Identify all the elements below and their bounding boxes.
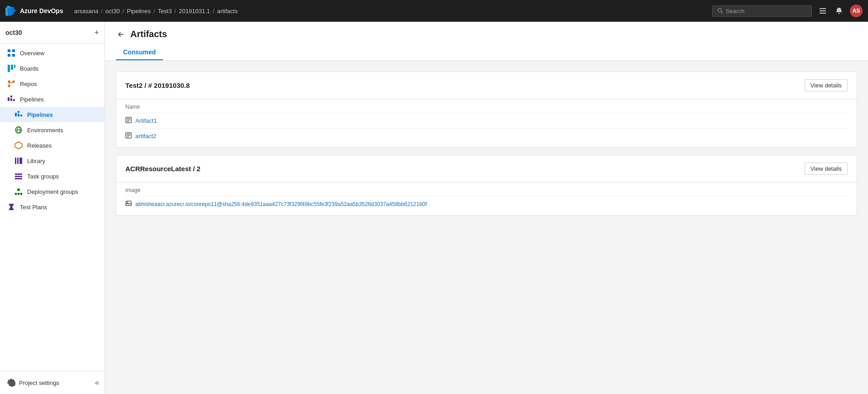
svg-rect-4 (820, 13, 826, 14)
tab-consumed[interactable]: Consumed (116, 45, 163, 60)
overview-icon (7, 49, 15, 57)
svg-rect-9 (8, 65, 10, 72)
svg-rect-23 (15, 173, 22, 175)
artifact-card-2: ACRResourceLatest / 2 View details Image… (116, 155, 857, 216)
svg-rect-8 (12, 54, 15, 57)
svg-rect-21 (17, 158, 19, 164)
svg-rect-10 (11, 65, 13, 70)
topbar: Azure DevOps arsasana / oct30 / Pipeline… (0, 0, 868, 22)
artifact-row-2-1: abhisheaacr.azurecr.io/conrepo11@sha256:… (125, 196, 848, 211)
svg-rect-11 (14, 65, 15, 68)
svg-rect-22 (19, 158, 22, 164)
svg-rect-7 (8, 54, 10, 57)
artifact-card-2-title: ACRResourceLatest / 2 (125, 165, 200, 173)
sidebar: oct30 + Overview Boards Repos (0, 22, 105, 394)
breadcrumb-test3[interactable]: Test3 (158, 8, 172, 14)
sidebar-item-deploymentgroups-label: Deployment groups (27, 188, 78, 195)
sidebar-item-testplans[interactable]: Test Plans (0, 199, 105, 215)
artifact-icon-1-1 (125, 117, 132, 125)
tabs: Consumed (116, 45, 857, 60)
artifact-card-1: Test2 / # 20191030.8 View details Name A… (116, 72, 857, 148)
sidebar-item-environments[interactable]: Environments (0, 122, 105, 138)
col-header-1: Name (125, 99, 848, 113)
view-details-button-2[interactable]: View details (805, 163, 848, 175)
artifact-card-2-body: Image abhisheaacr.azurecr.io/conrepo11@s… (116, 183, 857, 215)
sidebar-item-taskgroups-label: Task groups (27, 173, 59, 180)
main-layout: oct30 + Overview Boards Repos (0, 22, 868, 394)
search-input[interactable] (726, 8, 807, 14)
svg-rect-39 (126, 201, 131, 206)
pipelines-header-icon (7, 95, 15, 103)
artifact-card-2-header: ACRResourceLatest / 2 View details (116, 155, 857, 183)
environments-icon (14, 126, 23, 134)
sidebar-item-overview-label: Overview (20, 50, 44, 57)
sidebar-item-deploymentgroups[interactable]: Deployment groups (0, 184, 105, 199)
col-header-2: Image (125, 183, 848, 196)
content: Artifacts Consumed Test2 / # 20191030.8 … (105, 22, 868, 394)
bell-icon (835, 7, 843, 14)
breadcrumb-build[interactable]: 20191031.1 (179, 8, 210, 14)
view-details-button-1[interactable]: View details (805, 79, 848, 91)
svg-point-29 (20, 193, 23, 195)
svg-rect-20 (15, 158, 16, 164)
artifact-icon-1-2 (125, 132, 132, 140)
pipelines-icon (14, 111, 23, 119)
svg-point-28 (18, 193, 20, 195)
collapse-sidebar-button[interactable]: « (90, 375, 105, 390)
content-body: Test2 / # 20191030.8 View details Name A… (105, 61, 868, 226)
sidebar-header: oct30 + (0, 22, 105, 43)
notifications-button[interactable] (834, 5, 844, 16)
image-icon-2-1 (125, 200, 132, 208)
sidebar-item-boards[interactable]: Boards (0, 61, 105, 76)
svg-rect-24 (15, 176, 22, 177)
sidebar-item-overview[interactable]: Overview (0, 45, 105, 61)
sidebar-nav: Overview Boards Repos Pipelines (0, 43, 105, 371)
project-settings-item[interactable]: Project settings (0, 375, 90, 390)
deploymentgroups-icon (14, 187, 23, 196)
sidebar-item-environments-label: Environments (27, 127, 63, 134)
breadcrumb: arsasana / oct30 / Pipelines / Test3 / 2… (74, 8, 238, 14)
artifact-name-2-1[interactable]: abhisheaacr.azurecr.io/conrepo11@sha256:… (135, 201, 427, 207)
search-box[interactable] (712, 5, 812, 17)
releases-icon (14, 141, 23, 149)
sidebar-item-pipelines-label: Pipelines (27, 111, 53, 118)
svg-rect-5 (8, 49, 10, 52)
sidebar-item-pipelines[interactable]: Pipelines (0, 107, 105, 122)
logo-text: Azure DevOps (20, 7, 63, 14)
sidebar-item-library[interactable]: Library (0, 153, 105, 168)
svg-point-14 (8, 85, 10, 87)
settings-icon (7, 379, 15, 387)
svg-point-26 (17, 188, 20, 191)
project-name: oct30 (5, 29, 22, 36)
sidebar-item-library-label: Library (27, 158, 45, 164)
taskgroups-icon (14, 172, 23, 180)
svg-rect-3 (820, 10, 826, 11)
artifact-name-1-1[interactable]: Artifact1 (135, 117, 157, 124)
svg-rect-25 (15, 178, 22, 179)
breadcrumb-arsasana[interactable]: arsasana (74, 8, 98, 14)
breadcrumb-pipelines[interactable]: Pipelines (127, 8, 151, 14)
project-settings-label: Project settings (19, 380, 59, 386)
artifact-row-1-2: artifact2 (125, 128, 848, 144)
svg-rect-6 (12, 49, 15, 52)
artifact-name-1-2[interactable]: artifact2 (135, 133, 156, 139)
breadcrumb-artifacts[interactable]: artifacts (217, 8, 238, 14)
list-icon (819, 7, 826, 14)
back-button[interactable] (116, 29, 126, 39)
list-view-button[interactable] (817, 5, 828, 16)
sidebar-item-pipelines-header-label: Pipelines (20, 96, 44, 103)
azure-devops-logo-icon (5, 5, 16, 16)
artifact-card-1-header: Test2 / # 20191030.8 View details (116, 72, 857, 99)
back-arrow-icon (117, 30, 125, 38)
sidebar-item-pipelines-header[interactable]: Pipelines (0, 91, 105, 107)
breadcrumb-oct30[interactable]: oct30 (105, 8, 120, 14)
sidebar-item-repos[interactable]: Repos (0, 76, 105, 91)
title-row: Artifacts (116, 29, 857, 39)
sidebar-item-taskgroups[interactable]: Task groups (0, 168, 105, 184)
logo[interactable]: Azure DevOps (5, 5, 63, 16)
sidebar-item-repos-label: Repos (20, 81, 37, 87)
sidebar-item-releases[interactable]: Releases (0, 138, 105, 153)
avatar[interactable]: AS (850, 5, 863, 17)
add-project-button[interactable]: + (94, 29, 99, 37)
content-header: Artifacts Consumed (105, 22, 868, 61)
